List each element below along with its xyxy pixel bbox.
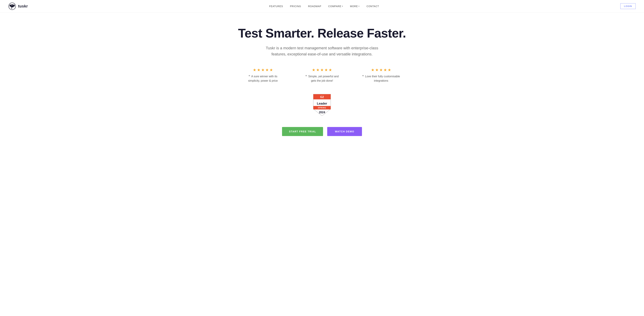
- star-icon: ★: [328, 68, 332, 72]
- star-icon: ★: [265, 68, 269, 72]
- star-icon: ★: [312, 68, 316, 72]
- star-icon: ★: [384, 68, 387, 72]
- review-text-1: ❝ A sure winner with its simplicity, pow…: [244, 74, 282, 83]
- svg-point-4: [11, 5, 12, 6]
- star-icon: ★: [270, 68, 273, 72]
- stars-1: ★ ★ ★ ★ ★: [253, 68, 273, 72]
- hero-subtitle: Tuskr is a modern test management softwa…: [261, 45, 383, 57]
- star-icon: ★: [324, 68, 328, 72]
- star-icon: ★: [375, 68, 379, 72]
- nav-features[interactable]: FEATURES: [269, 5, 283, 8]
- logo-elephant-icon: [8, 2, 16, 10]
- g2-badge-container: G2 Leader SPRING 2024: [312, 93, 332, 116]
- svg-text:SPRING: SPRING: [318, 107, 326, 109]
- svg-point-5: [13, 5, 13, 6]
- stars-3: ★ ★ ★ ★ ★: [371, 68, 391, 72]
- g2-badge: G2 Leader SPRING 2024: [312, 93, 332, 116]
- start-free-trial-button[interactable]: START FREE TRIAL: [282, 127, 323, 136]
- quote-icon: ❝: [305, 74, 307, 78]
- star-icon: ★: [371, 68, 374, 72]
- nav-links: FEATURES PRICING ROADMAP COMPARE ▾ MORE …: [269, 5, 379, 8]
- star-icon: ★: [379, 68, 383, 72]
- stars-2: ★ ★ ★ ★ ★: [312, 68, 332, 72]
- login-button[interactable]: LOGIN: [620, 3, 636, 9]
- hero-section: Test Smarter. Release Faster. Tuskr is a…: [0, 12, 644, 143]
- hero-title: Test Smarter. Release Faster.: [238, 26, 406, 40]
- review-item-3: ★ ★ ★ ★ ★ ❝ Love their fully customisabl…: [362, 68, 400, 83]
- review-item-2: ★ ★ ★ ★ ★ ❝ Simple, yet powerful and get…: [303, 68, 341, 83]
- logo-text: tuskr: [18, 4, 28, 8]
- nav-pricing[interactable]: PRICING: [290, 5, 301, 8]
- review-text-2: ❝ Simple, yet powerful and gets the job …: [303, 74, 341, 83]
- svg-point-2: [10, 4, 11, 6]
- watch-demo-button[interactable]: WATCH DEMO: [327, 127, 362, 136]
- star-icon: ★: [316, 68, 320, 72]
- star-icon: ★: [261, 68, 265, 72]
- star-icon: ★: [257, 68, 260, 72]
- navbar: tuskr FEATURES PRICING ROADMAP COMPARE ▾…: [0, 0, 644, 12]
- nav-more[interactable]: MORE ▾: [350, 5, 360, 8]
- star-icon: ★: [320, 68, 324, 72]
- more-chevron-down-icon: ▾: [358, 5, 360, 7]
- svg-point-1: [10, 4, 14, 8]
- star-icon: ★: [253, 68, 256, 72]
- svg-point-3: [14, 4, 15, 6]
- quote-icon: ❝: [362, 74, 364, 78]
- compare-chevron-down-icon: ▾: [342, 5, 343, 7]
- nav-contact[interactable]: CONTACT: [366, 5, 379, 8]
- reviews-section: ★ ★ ★ ★ ★ ❝ A sure winner with its simpl…: [226, 68, 418, 83]
- svg-text:G2: G2: [320, 96, 324, 98]
- star-icon: ★: [388, 68, 391, 72]
- review-item-1: ★ ★ ★ ★ ★ ❝ A sure winner with its simpl…: [244, 68, 282, 83]
- review-text-3: ❝ Love their fully customisable integrat…: [362, 74, 400, 83]
- cta-buttons: START FREE TRIAL WATCH DEMO: [282, 127, 362, 136]
- quote-icon: ❝: [248, 74, 250, 78]
- svg-text:2024: 2024: [319, 111, 325, 114]
- logo-area: tuskr: [8, 2, 28, 10]
- svg-text:Leader: Leader: [317, 102, 327, 105]
- nav-roadmap[interactable]: ROADMAP: [308, 5, 321, 8]
- nav-compare[interactable]: COMPARE ▾: [328, 5, 343, 8]
- navbar-right: LOGIN: [620, 3, 636, 9]
